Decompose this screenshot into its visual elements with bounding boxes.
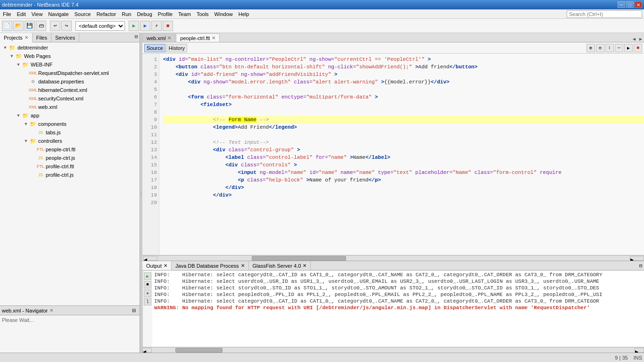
tree-toggle — [30, 130, 37, 135]
code-line-1: <div id="main-list" ng-controller="Peopl… — [163, 56, 644, 63]
close-webxml-tab[interactable]: ✕ — [167, 35, 171, 41]
tree-item-webpages[interactable]: ▼ 📁 Web Pages — [1, 52, 139, 60]
tree-toggle: ▼ — [23, 139, 29, 143]
tree-item-app[interactable]: ▼ 📁 app — [1, 111, 139, 120]
tree-item-webxml[interactable]: XML web.xml — [1, 103, 139, 111]
code-editor[interactable]: 1 2 3 4 5 6 7 8 9 10 11 12 13 14 15 16 1… — [142, 54, 644, 255]
menu-debug[interactable]: Debug — [134, 9, 155, 18]
output-scrollbar-h[interactable]: ◀ ▶ — [142, 347, 644, 353]
debug-button[interactable]: ▶ — [140, 21, 150, 31]
menu-source[interactable]: Source — [72, 9, 94, 18]
scroll-btn-right[interactable]: ▶ — [630, 256, 644, 261]
tree-label: RequestDispatcher-servlet.xml — [38, 70, 109, 76]
menu-run[interactable]: Run — [119, 9, 134, 18]
code-icon-3[interactable]: ↕ — [605, 44, 614, 52]
tree-label: controllers — [38, 138, 62, 144]
menu-tools[interactable]: Tools — [194, 9, 212, 18]
menu-refactor[interactable]: Refactor — [94, 9, 119, 18]
tab-output[interactable]: Output ✕ — [142, 261, 172, 270]
maximize-button[interactable]: □ — [626, 1, 634, 8]
close-peoplectrl-tab[interactable]: ✕ — [212, 35, 215, 41]
collapse-panel-button[interactable]: ⊟ — [133, 33, 140, 42]
menu-window[interactable]: Window — [212, 9, 236, 18]
next-tab-button[interactable]: ▶ — [637, 36, 644, 42]
code-icon-4[interactable]: ↔ — [615, 44, 623, 52]
tab-javadb[interactable]: Java DB Database Process ✕ — [172, 261, 249, 270]
history-view-button[interactable]: History — [166, 44, 187, 52]
output-scroll-left[interactable]: ◀ — [142, 348, 152, 353]
stop-button[interactable]: ■ — [163, 21, 173, 31]
prev-tab-button[interactable]: ◀ — [631, 36, 637, 42]
search-input[interactable] — [567, 10, 642, 18]
tab-glassfish[interactable]: GlassFish Server 4.0 ✕ — [249, 261, 311, 270]
open-project-button[interactable]: 📂 — [13, 21, 24, 31]
menu-file[interactable]: File — [0, 9, 14, 18]
code-line-14: <label class="control-label" for="name" … — [163, 154, 644, 161]
cursor-position: 9 | 35 — [615, 355, 627, 361]
tab-services[interactable]: Services — [51, 33, 79, 42]
menu-edit[interactable]: Edit — [14, 9, 29, 18]
save-all-button[interactable]: 🗃 — [36, 21, 46, 31]
redo-button[interactable]: ↪ — [61, 21, 72, 31]
output-wrap-button[interactable]: ⤵ — [144, 298, 151, 305]
tab-webxml[interactable]: web.xml ✕ — [142, 33, 175, 42]
menu-team[interactable]: Team — [175, 9, 194, 18]
tree-item-controllers[interactable]: ▼ 📁 controllers — [1, 137, 139, 145]
editor-scrollbar-h[interactable]: ◀ ▶ — [142, 255, 644, 261]
run-button[interactable]: ▶ — [129, 21, 139, 31]
config-select[interactable]: <default config> — [75, 21, 125, 31]
code-line-12: <!-- Text input--> — [163, 139, 644, 146]
tree-item-tabsjs[interactable]: JS tabs.js — [1, 128, 139, 137]
tab-projects[interactable]: Projects ✕ — [0, 33, 33, 42]
menu-profile[interactable]: Profile — [155, 9, 175, 18]
tree-item-webinf[interactable]: ▼ 📁 WEB-INF — [1, 60, 139, 69]
code-icon-1[interactable]: ⊕ — [586, 44, 595, 52]
tree-item-profilectrlftl[interactable]: FTL profile-ctrl.ftl — [1, 162, 139, 171]
output-clear-button[interactable]: ✕ — [144, 289, 151, 297]
code-icon-2[interactable]: ⊖ — [596, 44, 604, 52]
tab-peoplectrl[interactable]: people-ctrl.ftl ✕ — [176, 33, 220, 42]
close-output-tab[interactable]: ✕ — [164, 263, 167, 268]
menu-view[interactable]: View — [29, 9, 46, 18]
minimize-button[interactable]: ─ — [618, 1, 625, 8]
save-button[interactable]: 💾 — [25, 21, 35, 31]
tree-toggle — [23, 79, 29, 84]
tree-item-security[interactable]: XML securityContext.xml — [1, 94, 139, 103]
props-file-icon: ⚙ — [29, 78, 37, 85]
navigator-content: Please Wait... — [0, 315, 140, 325]
profile-button[interactable]: ⚡ — [151, 21, 162, 31]
new-project-button[interactable]: 📄 — [2, 21, 12, 31]
tree-item-peoplectrljs[interactable]: JS people-ctrl.js — [1, 154, 139, 162]
code-line-16: <input ng-model="name" id="name" name="n… — [163, 169, 644, 176]
tree-item-debtreminder[interactable]: ▼ 📁 debtreminder — [1, 43, 139, 52]
close-javadb-tab[interactable]: ✕ — [241, 263, 245, 268]
line-num-20: 20 — [142, 199, 159, 206]
output-scroll-thumb[interactable] — [175, 348, 223, 353]
source-view-button[interactable]: Source — [144, 44, 165, 52]
tree-item-components[interactable]: ▼ 📁 components — [1, 120, 139, 128]
output-scroll-right[interactable]: ▶ — [635, 348, 644, 353]
output-run-button[interactable]: ▶ — [144, 272, 151, 280]
code-text[interactable]: <div id="main-list" ng-controller="Peopl… — [159, 54, 644, 255]
close-output-panel-button[interactable]: ⊟ — [637, 262, 644, 270]
code-icon-stop[interactable]: ■ — [634, 44, 642, 52]
tree-item-profilectrljs[interactable]: JS profile-ctrl.js — [1, 171, 139, 179]
code-icon-run[interactable]: ▶ — [624, 44, 633, 52]
close-button[interactable]: ✕ — [635, 1, 642, 8]
menu-navigate[interactable]: Navigate — [45, 9, 71, 18]
tree-item-peoplectrlftl[interactable]: FTL people-ctrl.ftl — [1, 145, 139, 154]
line-num-1: 1 — [142, 56, 159, 63]
menu-help[interactable]: Help — [236, 9, 252, 18]
tab-files[interactable]: Files — [33, 33, 51, 42]
scroll-thumb-h[interactable] — [252, 256, 346, 261]
undo-button[interactable]: ↩ — [50, 21, 60, 31]
close-glassfish-tab[interactable]: ✕ — [303, 263, 306, 268]
output-stop-button[interactable]: ■ — [144, 281, 151, 288]
collapse-navigator-button[interactable]: ⊟ — [130, 307, 138, 314]
close-projects-tab[interactable]: ✕ — [25, 35, 28, 40]
tree-item-database[interactable]: ⚙ database.properties — [1, 77, 139, 86]
close-navigator-button[interactable]: ✕ — [50, 308, 53, 313]
tree-item-hibernate[interactable]: XML hibernateContext.xml — [1, 86, 139, 94]
tree-item-requestdispatcher[interactable]: XML RequestDispatcher-servlet.xml — [1, 69, 139, 77]
scroll-btn-left[interactable]: ◀ — [143, 256, 157, 261]
